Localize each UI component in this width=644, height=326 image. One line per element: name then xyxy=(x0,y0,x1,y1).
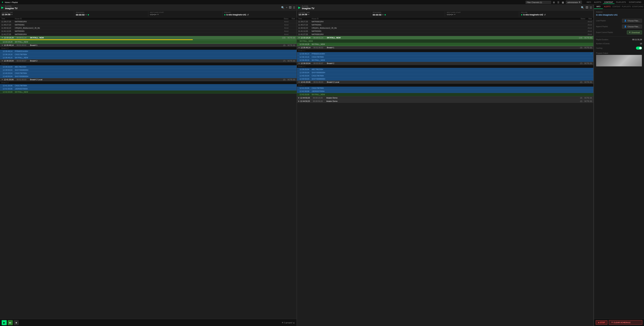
channel1-active-segment[interactable]: ▼ 12:33:18;28 00:09:51;14 SKYFALL_NEW (1… xyxy=(0,36,296,44)
stop-button[interactable]: ■ STOP xyxy=(596,320,608,325)
channel1-hardstart-value: -:-:--:-- xyxy=(150,13,156,16)
chart-icon[interactable]: ▦ xyxy=(561,1,564,4)
filter-channels-input[interactable] xyxy=(526,1,551,4)
list-item[interactable]: 12:35:49;14 PPBADD1A30H xyxy=(0,50,296,53)
tab-alerts[interactable]: ALERTS xyxy=(593,1,602,4)
channel2-aviator1-header[interactable]: ▶ 12:44:50;25 00:00:15;00 Aviator Demo (… xyxy=(297,96,594,100)
breadcrumb-page: Playlist xyxy=(12,1,18,3)
tab-scratchpad[interactable]: SCRATCHPAD xyxy=(628,1,643,4)
channel2-hardstart-arrow[interactable]: ▼ xyxy=(454,13,456,15)
tab-info[interactable]: INFO xyxy=(594,5,603,9)
channel2-time-value: 12:34:59 xyxy=(298,13,307,16)
load-playlist-button[interactable]: 👤 Choose Files... xyxy=(622,19,642,23)
channel2-segment-header[interactable]: ▼ 12:33:18;28 00:09:51;14 SKYFALL_NEW (1… xyxy=(297,36,594,39)
admin-button[interactable]: administrator ⚙ xyxy=(566,1,582,4)
list-item[interactable]: 12:36:19;16 CN31798780H xyxy=(297,55,594,59)
channel2-aviator2-header[interactable]: ▶ 12:44:50;25 00:00:59;28 Aviator Demo (… xyxy=(297,100,594,103)
channel1-add-icon[interactable]: + xyxy=(286,6,287,9)
channel2-image-icon[interactable]: 🖼 xyxy=(586,6,588,9)
play-button[interactable]: ▶ xyxy=(2,320,7,325)
info-content: Instance: ic-eks-imaginetv-ch1 Load Play… xyxy=(594,9,644,319)
list-item[interactable]: 12:39:50;04 SHVY0008000H xyxy=(0,68,296,72)
duration-label: Playlist Duration: xyxy=(596,39,608,40)
grouped-icon: ⊕ xyxy=(282,322,283,324)
segment-item[interactable]: 12:33:18;28 SKYFALL_NEW xyxy=(297,43,594,46)
channel1-image-icon[interactable]: 🖼 xyxy=(289,6,292,9)
channel2-remaining-stat: REMAINING 00:00:50 ▼ ● xyxy=(371,11,445,16)
channel1-remaining-arrow[interactable]: ▼ xyxy=(85,14,87,16)
skip-button[interactable]: ⏭ xyxy=(8,320,13,325)
aviator2-expand-icon: ▶ xyxy=(298,100,300,102)
list-item[interactable]: 12:41:20;06 CN31798780H xyxy=(0,84,296,87)
clear-icon: ✕ xyxy=(611,321,613,324)
channel1-hardstart-arrow[interactable]: ▼ xyxy=(157,13,159,15)
list-item[interactable]: 12:35:49;14 PPBADD1A30H ✓ xyxy=(297,52,594,55)
channel2-playlist[interactable]: 11:39:27;25 NATR0001RIV Aired 11:40:27;2… xyxy=(297,20,594,326)
channel1-panel: ▶ PLAYING Imagine TV 🔍 + 🖼 ☰ CHANNEL TIM… xyxy=(0,5,297,326)
list-item[interactable]: 12:40:20;04 CN31798780H xyxy=(0,72,296,75)
channel2-break1-header[interactable]: ▼ 12:35:49;14 00:01:00;02 Break# 1 (3) S… xyxy=(297,46,594,49)
list-item[interactable]: 12:41:50;06 JJER0037000H xyxy=(297,90,594,93)
channel1-search-icon[interactable]: 🔍 xyxy=(281,6,284,9)
list-item[interactable]: 12:42:20;09 SKYFALL_NEW xyxy=(297,93,594,96)
channel1-refresh-icon[interactable]: ↺ xyxy=(247,13,249,16)
tab-playlists[interactable]: PLAYLISTS xyxy=(615,1,627,4)
table-row: 11:39:27;25 NATR0001RIV Aired xyxy=(0,20,296,23)
tab-playlists[interactable]: PLAYLISTS xyxy=(621,5,632,9)
grouped-label: 2 grouped xyxy=(284,322,292,324)
list-item[interactable]: 12:36:49;16 SKYFALL_NEW xyxy=(0,56,296,59)
channel2-list-icon[interactable]: ☰ xyxy=(590,6,592,9)
channel2-search-icon[interactable]: 🔍 xyxy=(581,6,584,9)
col-rate-2: Rate xyxy=(585,18,592,20)
list-item[interactable]: 12:40:20;04 CN31798780H xyxy=(297,74,594,77)
append-playlist-button[interactable]: 👤 Choose Files... xyxy=(622,25,642,28)
tab-scratchpad[interactable]: SCRATCHPAD xyxy=(632,5,644,9)
tab-content[interactable]: CONTENT xyxy=(603,1,614,4)
list-item[interactable]: 12:41:20;06 CN31798780H xyxy=(297,87,594,90)
channel1-segment-header[interactable]: ▼ 12:33:18;28 00:09:51;14 SKYFALL_NEW (1… xyxy=(0,36,296,39)
channel2-break2-header[interactable]: ▼ 12:39:20;04 00:03:00;07 Break# 2 (7) S… xyxy=(297,62,594,65)
list-item[interactable]: 12:39:20;04 ABC78623SH xyxy=(0,65,296,68)
channel1-cols: Time House ID Status Rate xyxy=(0,17,296,20)
list-item[interactable]: 12:40:50;04 SHVY0008000H xyxy=(297,77,594,81)
list-item[interactable]: 12:36:49;16 SKYFALL_NEW xyxy=(297,59,594,62)
channel2-follow-value: ic-eks-imaginetv-ch2 xyxy=(523,13,543,16)
grouped-indicator: ⊕ 2 grouped ▲ xyxy=(282,322,295,324)
channel2-active-segment[interactable]: ▼ 12:33:18;28 00:09:51;14 SKYFALL_NEW (1… xyxy=(297,36,594,46)
tab-info[interactable]: INFO xyxy=(585,1,592,4)
list-item[interactable]: 12:40:50;04 SHVY0008000H xyxy=(0,75,296,78)
list-item[interactable]: 12:39:50;04 SHVY0008000H xyxy=(297,71,594,74)
list-item[interactable]: 12:36:19;16 CN31798780H xyxy=(0,53,296,56)
col-houseid-1: House ID xyxy=(15,18,278,20)
channel2-remaining-arrow[interactable]: ▼ xyxy=(382,14,384,16)
menu-icon[interactable]: ☰ xyxy=(557,1,560,4)
program-output-preview xyxy=(596,55,642,66)
program-output-row: Program Output: xyxy=(596,52,642,66)
channel2-refresh-icon[interactable]: ↺ xyxy=(544,13,546,16)
channel1-break2-header[interactable]: ▼ 12:39:20;04 00:03:00;07 Break# 2 (7) S… xyxy=(0,59,296,62)
list-item[interactable]: 12:42:20;09 SKYFALL_NEW xyxy=(0,90,296,94)
segment-item[interactable]: 12:33:18;28 SKYFALL_NEW xyxy=(0,40,296,43)
tab-alerts[interactable]: ALERTS xyxy=(603,5,612,9)
channel2-time-arrow[interactable]: ▼ xyxy=(308,13,310,15)
list-item[interactable]: 12:41:50;06 JJER0037000H xyxy=(0,87,296,90)
checkmark-icon: ✓ xyxy=(590,53,592,55)
grouped-chevron[interactable]: ▲ xyxy=(293,322,295,324)
breadcrumb-home[interactable]: Home xyxy=(5,1,10,3)
channel1-playlist[interactable]: 11:39:27;25 NATR0001RIV Aired 11:40:27;2… xyxy=(0,20,296,319)
clear-schedule-button[interactable]: ✕ CLEAR SCHEDULE xyxy=(609,320,642,325)
person-icon-2: 👤 xyxy=(624,25,626,28)
grid-icon[interactable]: ⊞ xyxy=(552,1,556,4)
channel1-break1-header[interactable]: ▼ 12:35:49;14 00:01:00;02 Break# 1 (3) S… xyxy=(0,44,296,47)
events-label: Number of Events: xyxy=(596,43,610,45)
channel1-list-icon[interactable]: ☰ xyxy=(293,6,295,9)
export-playlist-button[interactable]: ⬇ Download xyxy=(627,30,642,34)
list-item[interactable]: 12:39:20;04 ABC78623SH xyxy=(297,68,594,71)
channel1-break2local-header[interactable]: ▼ 12:41:20;06 00:01:00;03 Break# 2 Local… xyxy=(0,78,296,81)
channel1-time-arrow[interactable]: ▼ xyxy=(11,13,13,15)
append-playlist-label: Append Playlist: xyxy=(596,26,608,27)
channel2-break2local-header[interactable]: ▼ 12:41:20;06 00:01:00;03 Break# 2 Local… xyxy=(297,81,594,84)
stop-button[interactable]: ■ xyxy=(14,320,19,325)
tab-content[interactable]: CONTENT xyxy=(612,5,621,9)
caching-toggle[interactable] xyxy=(636,47,642,50)
